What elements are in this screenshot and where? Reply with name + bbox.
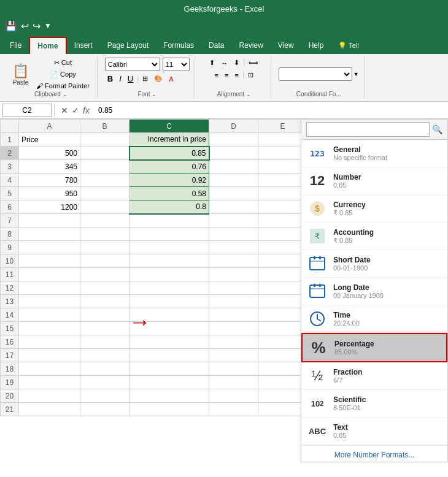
merge-button[interactable]: ⊡: [245, 70, 256, 80]
cell-e4[interactable]: [258, 174, 307, 187]
cell-c3[interactable]: 0.76: [129, 160, 209, 174]
col-header-c[interactable]: C: [129, 120, 209, 133]
tab-insert[interactable]: Insert: [67, 37, 100, 54]
format-painter-button[interactable]: 🖌 Format Painter: [34, 81, 92, 91]
format-item-time[interactable]: Time 20:24:00: [301, 305, 447, 333]
cell-d3[interactable]: [209, 160, 258, 174]
wrap-text-button[interactable]: ⟺: [246, 58, 261, 68]
scientific-icon: 102: [307, 394, 327, 413]
cell-d5[interactable]: [209, 187, 258, 200]
tab-home[interactable]: Home: [29, 37, 66, 54]
format-search-input[interactable]: [306, 122, 430, 137]
fill-color-button[interactable]: 🎨: [152, 74, 165, 84]
more-number-formats-link[interactable]: More Number Formats...: [301, 445, 447, 462]
spreadsheet-container: A B C D E 1 Price Increment in price: [0, 119, 448, 462]
cell-d1[interactable]: [209, 133, 258, 147]
cell-c5[interactable]: 0.58: [129, 187, 209, 200]
cell-b6[interactable]: [80, 200, 129, 214]
format-item-fraction[interactable]: ½ Fraction 6/7: [301, 362, 447, 390]
format-item-accounting[interactable]: ₹ Accounting ₹ 0.85: [301, 223, 447, 250]
cell-c4[interactable]: 0.92: [129, 174, 209, 187]
cell-a4[interactable]: 780: [19, 174, 80, 187]
align-middle-button[interactable]: ↔: [218, 58, 230, 68]
confirm-formula-icon[interactable]: ✓: [72, 105, 79, 115]
format-item-number[interactable]: 12 Number 0.85: [301, 167, 447, 195]
cell-a2[interactable]: 500: [19, 147, 80, 160]
cell-c2[interactable]: 0.85: [129, 147, 209, 160]
cell-reference-box[interactable]: C2: [2, 104, 52, 117]
cell-b2[interactable]: [80, 147, 129, 160]
search-icon[interactable]: 🔍: [432, 124, 442, 134]
format-item-long-date[interactable]: Long Date 00 January 1900: [301, 278, 447, 305]
cell-e6[interactable]: [258, 200, 307, 214]
cell-e2[interactable]: [258, 147, 307, 160]
long-date-icon: [307, 281, 327, 301]
cell-e1[interactable]: [258, 133, 307, 147]
align-bottom-button[interactable]: ⬇: [231, 58, 242, 68]
format-item-general[interactable]: 123 General No specific format: [301, 140, 447, 167]
align-left-button[interactable]: ≡: [212, 70, 221, 80]
tab-view[interactable]: View: [271, 37, 301, 54]
save-icon[interactable]: 💾: [5, 20, 17, 32]
number-format-select[interactable]: [279, 67, 352, 81]
cell-c1[interactable]: Increment in price: [129, 133, 209, 147]
cell-b3[interactable]: [80, 160, 129, 174]
align-center-button[interactable]: ≡: [222, 70, 231, 80]
col-header-e[interactable]: E: [258, 120, 307, 133]
tab-review[interactable]: Review: [231, 37, 270, 54]
paste-button[interactable]: 📋 Paste: [10, 62, 31, 87]
align-right-button[interactable]: ≡: [232, 70, 241, 80]
cell-c6[interactable]: 0.8: [129, 200, 209, 214]
cell-a3[interactable]: 345: [19, 160, 80, 174]
cell-b4[interactable]: [80, 174, 129, 187]
tab-data[interactable]: Data: [201, 37, 231, 54]
format-item-short-date[interactable]: Short Date 00-01-1900: [301, 250, 447, 278]
alignment-group: ⬆ ↔ ⬇ | ⟺ ≡ ≡ ≡ | ⊡ Alignment ⌄: [198, 56, 271, 99]
tab-help[interactable]: Help: [301, 37, 331, 54]
number-preview: 0.85: [333, 181, 361, 189]
cell-a6[interactable]: 1200: [19, 200, 80, 214]
cell-e3[interactable]: [258, 160, 307, 174]
cut-button[interactable]: ✂ Cut: [34, 58, 92, 68]
alignment-controls: ⬆ ↔ ⬇ | ⟺ ≡ ≡ ≡ | ⊡: [207, 58, 261, 91]
cell-d6[interactable]: [209, 200, 258, 214]
col-header-a[interactable]: A: [19, 120, 80, 133]
col-header-b[interactable]: B: [80, 120, 129, 133]
cell-a5[interactable]: 950: [19, 187, 80, 200]
font-color-button[interactable]: A: [166, 74, 176, 84]
underline-button[interactable]: U: [125, 73, 136, 85]
insert-function-icon[interactable]: fx: [83, 105, 90, 115]
cell-e5[interactable]: [258, 187, 307, 200]
col-header-d[interactable]: D: [209, 120, 258, 133]
font-family-select[interactable]: Calibri: [105, 58, 160, 71]
format-item-scientific[interactable]: 102 Scientific 8.50E-01: [301, 390, 447, 418]
customize-icon[interactable]: ▼: [44, 21, 52, 30]
undo-icon[interactable]: ↩: [21, 20, 29, 32]
cell-a1[interactable]: Price: [19, 133, 80, 147]
italic-button[interactable]: I: [117, 73, 124, 85]
row-num-3: 3: [1, 160, 19, 174]
table-row: 18: [1, 362, 307, 376]
tab-file[interactable]: File: [2, 37, 29, 54]
svg-text:₹: ₹: [315, 232, 320, 241]
cell-b5[interactable]: [80, 187, 129, 200]
copy-button[interactable]: 📄 Copy: [34, 69, 92, 80]
cell-d2[interactable]: [209, 147, 258, 160]
format-dropdown-arrow[interactable]: ▼: [353, 71, 359, 77]
cell-b1[interactable]: [80, 133, 129, 147]
bold-button[interactable]: B: [105, 73, 115, 85]
cell-d4[interactable]: [209, 174, 258, 187]
formula-input[interactable]: [96, 106, 446, 115]
table-row: 15: [1, 322, 307, 335]
format-item-currency[interactable]: $ Currency ₹ 0.85: [301, 195, 447, 223]
align-top-button[interactable]: ⬆: [207, 58, 217, 68]
cancel-formula-icon[interactable]: ✕: [61, 105, 68, 115]
format-item-text[interactable]: ABC Text 0.85: [301, 418, 447, 445]
tab-page-layout[interactable]: Page Layout: [100, 37, 156, 54]
format-item-percentage[interactable]: % Percentage 85.00%: [301, 333, 447, 362]
redo-icon[interactable]: ↪: [33, 20, 41, 32]
border-button[interactable]: ⊞: [140, 74, 150, 84]
tab-formulas[interactable]: Formulas: [156, 37, 201, 54]
tab-tell[interactable]: 💡 Tell: [331, 37, 366, 54]
font-size-select[interactable]: 11: [163, 58, 190, 71]
